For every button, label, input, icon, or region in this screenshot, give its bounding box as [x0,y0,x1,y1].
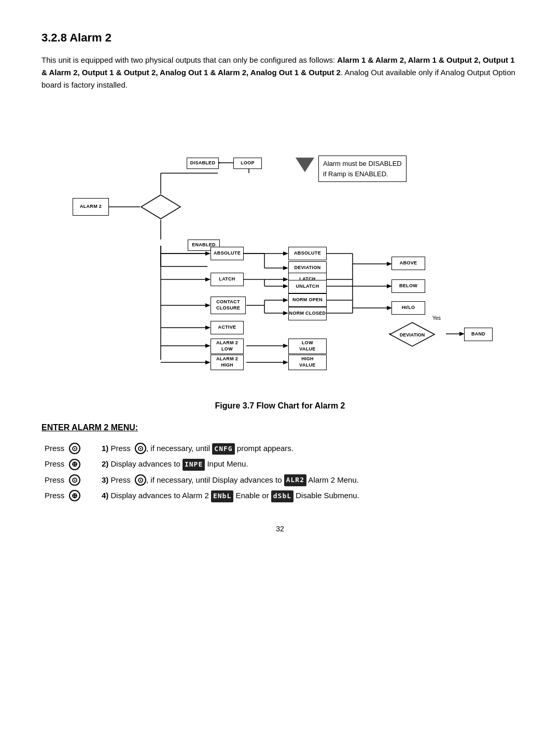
enbl-display: ENbL [211,490,233,502]
step-1-row: Press ⊙ 1) Press ⊙, if necessary, until … [41,441,519,456]
svg-marker-59 [283,360,288,364]
cnfg-display: CNFG [212,443,234,455]
svg-marker-57 [283,344,288,348]
alr2-display: ALR2 [284,474,306,486]
step-3-text: 3) Press ⊙, if necessary, until Display … [99,472,519,488]
svg-marker-16 [205,303,211,307]
hi-lo-box: HI/LO [391,301,425,315]
unlatch-out-box: UNLATCH [288,280,327,293]
step-2-text: 2) Display advances to INPE Input Menu. [99,456,519,472]
press-btn-inline-1: ⊙ [135,443,146,454]
note-icon: Note [296,156,314,172]
norm-closed-box: NORM CLOSED [288,307,327,320]
press-button-down-1: ⊙ [69,443,80,454]
step-4-row: Press ⊕ 4) Display advances to Alarm 2 E… [41,488,519,503]
band-box: BAND [464,328,493,341]
svg-marker-38 [283,298,288,302]
svg-marker-40 [283,311,288,315]
absolute-out-box: ABSOLUTE [288,247,327,260]
note-text: Alarm must be DISABLEDif Ramp is ENABLED… [318,156,407,182]
svg-marker-20 [205,344,211,348]
main-diamond [140,194,181,220]
below-box: BELOW [391,279,425,293]
contact-closure-box: CONTACT CLOSURE [211,297,246,314]
high-value-box: HIGH VALUE [288,355,327,370]
page-number: 32 [41,525,519,533]
step-3-press: Press ⊙ [41,472,99,488]
svg-marker-32 [283,277,288,281]
section-heading: 3.2.8 Alarm 2 [41,31,519,45]
section-title: ENTER ALARM 2 MENU: [41,423,519,432]
alarm2-low-box: ALARM 2 LOW [211,339,244,354]
press-btn-inline-3: ⊙ [135,474,146,486]
step-3-row: Press ⊙ 3) Press ⊙, if necessary, until … [41,472,519,488]
inpe-display: INPE [183,459,205,471]
svg-marker-12 [205,251,211,256]
svg-marker-62 [141,195,180,219]
dsbl-display: dSbL [271,490,293,502]
press-button-up-2: ⊕ [69,459,80,470]
alarm2-box: ALARM 2 [73,198,109,216]
press-button-down-3: ⊙ [69,474,80,486]
step-1-press: Press ⊙ [41,441,99,456]
active-box: ACTIVE [211,321,244,334]
flowchart: ALARM 2 DISABLED LOOP ENABLED ABSOLUTE L… [57,106,503,396]
deviation-diamond: DEVIATION Yes [389,321,436,347]
step-4-press: Press ⊕ [41,488,99,503]
yes-label: Yes [432,315,441,321]
disabled-box: DISABLED [187,158,219,169]
latch-left-box: LATCH [211,273,244,286]
step-2-row: Press ⊕ 2) Display advances to INPE Inpu… [41,456,519,472]
svg-marker-18 [205,326,211,330]
low-value-box: LOW VALUE [288,339,327,354]
steps-table: Press ⊙ 1) Press ⊙, if necessary, until … [41,441,519,504]
figure-caption: Figure 3.7 Flow Chart for Alarm 2 [41,401,519,411]
svg-marker-14 [205,277,211,281]
svg-text:DEVIATION: DEVIATION [400,332,425,337]
above-box: ABOVE [391,257,425,270]
svg-marker-22 [205,360,211,364]
step-1-text: 1) Press ⊙, if necessary, until CNFG pro… [99,441,519,456]
step-2-press: Press ⊕ [41,456,99,472]
absolute-left-box: ABSOLUTE [211,247,244,260]
step-4-text: 4) Display advances to Alarm 2 ENbL Enab… [99,488,519,503]
svg-marker-24 [283,251,288,256]
alarm2-high-box: ALARM 2 HIGH [211,355,244,370]
press-button-up-4: ⊕ [69,490,80,501]
svg-marker-34 [283,284,288,288]
norm-open-box: NORM OPEN [288,293,327,307]
loop-box: LOOP [233,158,262,169]
intro-paragraph: This unit is equipped with two physical … [41,54,519,91]
note-section: Note Alarm must be DISABLEDif Ramp is EN… [296,156,407,182]
svg-marker-28 [283,266,288,270]
